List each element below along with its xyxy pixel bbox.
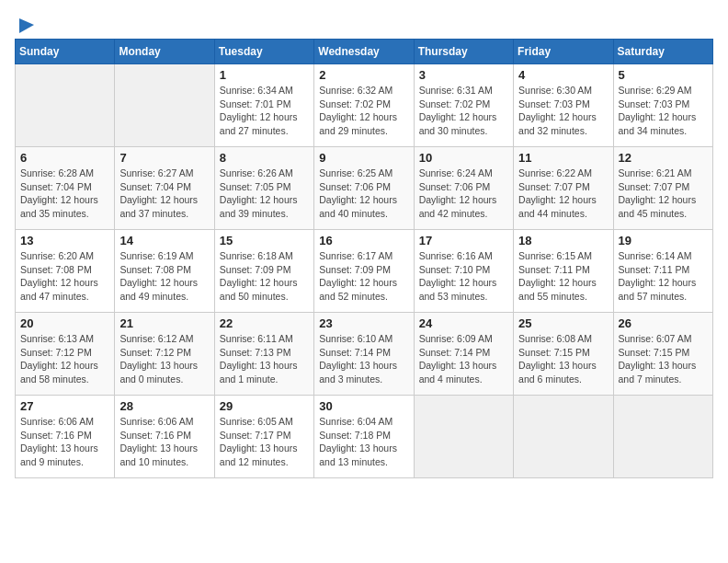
logo <box>15 15 36 31</box>
header <box>15 15 713 31</box>
day-info: Sunrise: 6:25 AM Sunset: 7:06 PM Dayligh… <box>319 167 408 221</box>
calendar-cell: 29 Sunrise: 6:05 AM Sunset: 7:17 PM Dayl… <box>214 396 313 478</box>
day-info: Sunrise: 6:11 AM Sunset: 7:13 PM Dayligh… <box>220 332 309 386</box>
day-number: 13 <box>20 234 109 247</box>
day-info: Sunrise: 6:13 AM Sunset: 7:12 PM Dayligh… <box>20 332 109 386</box>
sunset-text: Sunset: 7:06 PM <box>419 181 491 192</box>
daylight-text: Daylight: 12 hours and 29 minutes. <box>319 111 397 136</box>
daylight-text: Daylight: 12 hours and 37 minutes. <box>119 194 198 219</box>
sunset-text: Sunset: 7:14 PM <box>419 347 491 358</box>
sunset-text: Sunset: 7:03 PM <box>619 98 690 109</box>
calendar-week-row: 13 Sunrise: 6:20 AM Sunset: 7:08 PM Dayl… <box>16 230 713 313</box>
weekday-header-tuesday: Tuesday <box>214 40 313 64</box>
sunset-text: Sunset: 7:02 PM <box>319 98 391 109</box>
daylight-text: Daylight: 12 hours and 42 minutes. <box>419 194 497 219</box>
sunset-text: Sunset: 7:09 PM <box>319 264 391 275</box>
sunrise-text: Sunrise: 6:10 AM <box>319 333 392 344</box>
sunset-text: Sunset: 7:05 PM <box>220 181 291 192</box>
sunrise-text: Sunrise: 6:06 AM <box>20 416 94 427</box>
daylight-text: Daylight: 12 hours and 35 minutes. <box>20 194 98 219</box>
calendar-cell <box>514 396 613 478</box>
sunrise-text: Sunrise: 6:20 AM <box>20 250 94 261</box>
sunset-text: Sunset: 7:07 PM <box>619 181 690 192</box>
weekday-header-friday: Friday <box>514 40 613 64</box>
calendar-cell: 19 Sunrise: 6:14 AM Sunset: 7:11 PM Dayl… <box>613 230 712 313</box>
daylight-text: Daylight: 12 hours and 44 minutes. <box>518 194 597 219</box>
day-info: Sunrise: 6:31 AM Sunset: 7:02 PM Dayligh… <box>419 84 508 138</box>
day-number: 26 <box>619 316 708 330</box>
sunset-text: Sunset: 7:11 PM <box>619 264 690 275</box>
day-info: Sunrise: 6:04 AM Sunset: 7:18 PM Dayligh… <box>319 415 408 469</box>
sunrise-text: Sunrise: 6:31 AM <box>419 85 493 96</box>
day-number: 7 <box>119 151 209 165</box>
day-number: 18 <box>518 234 608 247</box>
day-info: Sunrise: 6:18 AM Sunset: 7:09 PM Dayligh… <box>220 249 309 304</box>
calendar-cell: 21 Sunrise: 6:12 AM Sunset: 7:12 PM Dayl… <box>115 313 214 396</box>
sunset-text: Sunset: 7:01 PM <box>220 98 291 109</box>
sunrise-text: Sunrise: 6:05 AM <box>220 416 293 427</box>
sunset-text: Sunset: 7:10 PM <box>419 264 491 275</box>
day-number: 9 <box>319 151 408 165</box>
calendar-cell: 27 Sunrise: 6:06 AM Sunset: 7:16 PM Dayl… <box>16 396 115 478</box>
daylight-text: Daylight: 12 hours and 39 minutes. <box>220 194 298 219</box>
day-number: 2 <box>319 68 408 82</box>
sunset-text: Sunset: 7:04 PM <box>119 181 191 192</box>
sunset-text: Sunset: 7:18 PM <box>319 430 391 441</box>
calendar-cell: 11 Sunrise: 6:22 AM Sunset: 7:07 PM Dayl… <box>514 147 613 230</box>
day-number: 1 <box>220 68 309 82</box>
weekday-header-row: SundayMondayTuesdayWednesdayThursdayFrid… <box>16 40 713 64</box>
calendar-cell: 13 Sunrise: 6:20 AM Sunset: 7:08 PM Dayl… <box>16 230 115 313</box>
calendar-cell: 7 Sunrise: 6:27 AM Sunset: 7:04 PM Dayli… <box>115 147 214 230</box>
sunrise-text: Sunrise: 6:17 AM <box>319 250 392 261</box>
calendar-cell: 5 Sunrise: 6:29 AM Sunset: 7:03 PM Dayli… <box>613 64 712 147</box>
daylight-text: Daylight: 12 hours and 52 minutes. <box>319 277 397 302</box>
calendar-cell: 23 Sunrise: 6:10 AM Sunset: 7:14 PM Dayl… <box>314 313 414 396</box>
svg-marker-0 <box>19 18 34 33</box>
sunrise-text: Sunrise: 6:12 AM <box>119 333 193 344</box>
sunrise-text: Sunrise: 6:11 AM <box>220 333 293 344</box>
day-info: Sunrise: 6:21 AM Sunset: 7:07 PM Dayligh… <box>619 167 708 221</box>
calendar-cell <box>16 64 115 147</box>
day-info: Sunrise: 6:07 AM Sunset: 7:15 PM Dayligh… <box>619 332 708 386</box>
sunrise-text: Sunrise: 6:16 AM <box>419 250 493 261</box>
sunset-text: Sunset: 7:12 PM <box>119 347 191 358</box>
day-number: 21 <box>119 316 209 330</box>
daylight-text: Daylight: 13 hours and 1 minute. <box>220 360 298 385</box>
sunrise-text: Sunrise: 6:26 AM <box>220 167 293 178</box>
daylight-text: Daylight: 13 hours and 12 minutes. <box>220 442 298 467</box>
calendar-cell <box>414 396 513 478</box>
daylight-text: Daylight: 13 hours and 0 minutes. <box>119 360 198 385</box>
daylight-text: Daylight: 12 hours and 27 minutes. <box>220 111 298 136</box>
calendar-cell: 15 Sunrise: 6:18 AM Sunset: 7:09 PM Dayl… <box>214 230 313 313</box>
sunrise-text: Sunrise: 6:07 AM <box>619 333 692 344</box>
daylight-text: Daylight: 13 hours and 6 minutes. <box>518 360 597 385</box>
weekday-header-thursday: Thursday <box>414 40 513 64</box>
day-number: 22 <box>220 316 309 330</box>
sunset-text: Sunset: 7:02 PM <box>419 98 491 109</box>
day-number: 15 <box>220 234 309 247</box>
sunset-text: Sunset: 7:07 PM <box>518 181 590 192</box>
day-number: 20 <box>20 316 109 330</box>
calendar-cell: 4 Sunrise: 6:30 AM Sunset: 7:03 PM Dayli… <box>514 64 613 147</box>
sunrise-text: Sunrise: 6:04 AM <box>319 416 392 427</box>
day-number: 24 <box>419 316 508 330</box>
sunrise-text: Sunrise: 6:18 AM <box>220 250 293 261</box>
day-number: 29 <box>220 399 309 413</box>
daylight-text: Daylight: 12 hours and 40 minutes. <box>319 194 397 219</box>
sunrise-text: Sunrise: 6:22 AM <box>518 167 592 178</box>
sunrise-text: Sunrise: 6:24 AM <box>419 167 493 178</box>
calendar-cell: 1 Sunrise: 6:34 AM Sunset: 7:01 PM Dayli… <box>214 64 313 147</box>
sunrise-text: Sunrise: 6:09 AM <box>419 333 493 344</box>
daylight-text: Daylight: 12 hours and 45 minutes. <box>619 194 697 219</box>
daylight-text: Daylight: 12 hours and 47 minutes. <box>20 277 98 302</box>
sunset-text: Sunset: 7:04 PM <box>20 181 92 192</box>
sunset-text: Sunset: 7:16 PM <box>20 430 92 441</box>
day-number: 10 <box>419 151 508 165</box>
sunset-text: Sunset: 7:11 PM <box>518 264 590 275</box>
calendar-cell: 30 Sunrise: 6:04 AM Sunset: 7:18 PM Dayl… <box>314 396 414 478</box>
day-info: Sunrise: 6:32 AM Sunset: 7:02 PM Dayligh… <box>319 84 408 138</box>
sunrise-text: Sunrise: 6:30 AM <box>518 85 592 96</box>
daylight-text: Daylight: 12 hours and 50 minutes. <box>220 277 298 302</box>
day-info: Sunrise: 6:14 AM Sunset: 7:11 PM Dayligh… <box>619 249 708 304</box>
day-info: Sunrise: 6:16 AM Sunset: 7:10 PM Dayligh… <box>419 249 508 304</box>
